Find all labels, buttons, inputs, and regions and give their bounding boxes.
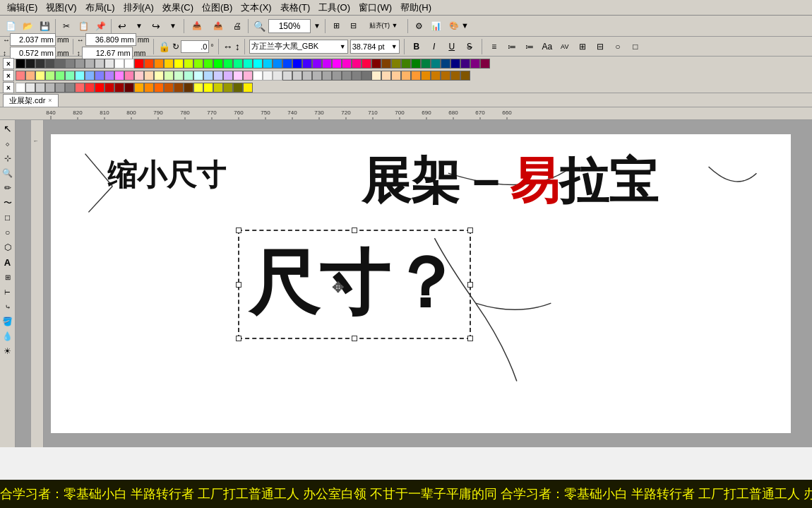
handle-ml[interactable] bbox=[236, 282, 241, 288]
canvas-area[interactable]: 缩小尺寸 展架－易拉宝 bbox=[16, 120, 812, 447]
p2-38[interactable] bbox=[381, 71, 391, 81]
angle-input[interactable] bbox=[181, 40, 209, 53]
menu-view[interactable]: 视图(V) bbox=[42, 1, 80, 14]
p2-15[interactable] bbox=[154, 71, 164, 81]
p2-10[interactable] bbox=[105, 71, 114, 81]
p2-34[interactable] bbox=[342, 71, 352, 81]
p2-12[interactable] bbox=[124, 71, 134, 81]
p3-9[interactable] bbox=[95, 83, 105, 93]
p2-23[interactable] bbox=[233, 71, 243, 81]
color-violet2[interactable] bbox=[312, 59, 322, 69]
mirror-v-icon[interactable]: ↕ bbox=[235, 41, 240, 52]
p2-31[interactable] bbox=[312, 71, 322, 81]
p2-41[interactable] bbox=[411, 71, 421, 81]
menu-arrange[interactable]: 排列(A) bbox=[119, 1, 158, 14]
rect-tool[interactable]: □ bbox=[1, 211, 15, 225]
p2-39[interactable] bbox=[391, 71, 401, 81]
p2-21[interactable] bbox=[213, 71, 223, 81]
color-amber[interactable] bbox=[164, 59, 174, 69]
menu-layout[interactable]: 布局(L) bbox=[81, 1, 119, 14]
text-table-button[interactable]: ⊟ bbox=[592, 39, 608, 54]
handle-tr[interactable] bbox=[467, 228, 473, 233]
color-cyan1[interactable] bbox=[243, 59, 253, 69]
p3-8[interactable] bbox=[85, 83, 95, 93]
p2-14[interactable] bbox=[144, 71, 154, 81]
new-button[interactable]: 📄 bbox=[3, 18, 18, 34]
menu-effects[interactable]: 效果(C) bbox=[158, 1, 198, 14]
align-left-button[interactable]: ≡ bbox=[486, 39, 502, 54]
handle-tm[interactable] bbox=[352, 228, 357, 233]
p2-33[interactable] bbox=[332, 71, 342, 81]
underline-button[interactable]: U bbox=[444, 39, 460, 54]
p2-40[interactable] bbox=[401, 71, 411, 81]
p2-11[interactable] bbox=[114, 71, 124, 81]
center-text[interactable]: 尺寸？✥ bbox=[241, 233, 467, 336]
p2-6[interactable] bbox=[65, 71, 75, 81]
handle-bl[interactable] bbox=[236, 336, 241, 341]
p3-11[interactable] bbox=[114, 83, 124, 93]
handle-bm[interactable] bbox=[352, 336, 357, 341]
p3-20[interactable] bbox=[203, 83, 213, 93]
zoom-level[interactable]: 150% bbox=[268, 19, 311, 33]
h-input[interactable] bbox=[82, 47, 133, 59]
p2-24[interactable] bbox=[243, 71, 253, 81]
y-coord-input[interactable] bbox=[10, 47, 56, 59]
color-black[interactable] bbox=[16, 59, 25, 69]
zoom-tool[interactable]: 🔍 bbox=[1, 166, 15, 180]
no-fill-button-3[interactable]: × bbox=[3, 82, 14, 93]
p2-9[interactable] bbox=[95, 71, 105, 81]
p2-5[interactable] bbox=[55, 71, 65, 81]
color-blue1[interactable] bbox=[282, 59, 292, 69]
rect-button[interactable]: □ bbox=[628, 39, 643, 54]
poly-tool[interactable]: ⬡ bbox=[1, 240, 15, 254]
color-cyan[interactable] bbox=[253, 59, 263, 69]
import-button[interactable]: 📥 bbox=[187, 18, 207, 34]
p2-35[interactable] bbox=[352, 71, 362, 81]
p3-13[interactable] bbox=[134, 83, 144, 93]
p2-4[interactable] bbox=[45, 71, 55, 81]
options1[interactable]: ⚙ bbox=[411, 18, 426, 34]
menu-text[interactable]: 文本(X) bbox=[237, 1, 275, 14]
color-green[interactable] bbox=[213, 59, 223, 69]
save-button[interactable]: 💾 bbox=[37, 18, 52, 34]
ellipse-button[interactable]: ○ bbox=[610, 39, 626, 54]
color-w2[interactable] bbox=[124, 59, 134, 69]
p3-3[interactable] bbox=[35, 83, 45, 93]
p2-29[interactable] bbox=[292, 71, 302, 81]
zoom-dropdown[interactable]: ▼ bbox=[312, 18, 322, 34]
options2[interactable]: 📊 bbox=[428, 18, 443, 34]
export-button[interactable]: 📤 bbox=[208, 18, 228, 34]
p2-22[interactable] bbox=[223, 71, 233, 81]
p3-1[interactable] bbox=[16, 83, 25, 93]
paste-special-button[interactable]: 贴齐(T) ▼ bbox=[362, 18, 405, 34]
color-magenta[interactable] bbox=[332, 59, 342, 69]
x-coord-input[interactable] bbox=[10, 33, 56, 46]
font-size-dropdown[interactable]: 38.784 pt ▼ bbox=[350, 40, 400, 54]
shape-tool[interactable]: ⬦ bbox=[1, 136, 15, 150]
p2-36[interactable] bbox=[362, 71, 371, 81]
menu-help[interactable]: 帮助(H) bbox=[396, 1, 436, 14]
dimension-tool[interactable]: ⊢ bbox=[1, 285, 15, 299]
list-button[interactable]: ≔ bbox=[522, 39, 537, 54]
p3-12[interactable] bbox=[124, 83, 134, 93]
p3-16[interactable] bbox=[164, 83, 174, 93]
snap-button[interactable]: ⊞ bbox=[328, 18, 344, 34]
bullet-button[interactable]: ≔ bbox=[504, 39, 520, 54]
no-fill-button-1[interactable]: × bbox=[3, 58, 14, 69]
undo-button[interactable]: ↩ bbox=[114, 18, 130, 34]
color-hotpink1[interactable] bbox=[342, 59, 352, 69]
color-lightgray2[interactable] bbox=[95, 59, 105, 69]
table-tool[interactable]: ⊞ bbox=[1, 270, 15, 284]
p2-16[interactable] bbox=[164, 71, 174, 81]
paste-button[interactable]: 📌 bbox=[92, 18, 108, 34]
p3-24[interactable] bbox=[243, 83, 253, 93]
p2-25[interactable] bbox=[253, 71, 263, 81]
redo-button[interactable]: ↪ bbox=[148, 18, 164, 34]
p2-32[interactable] bbox=[322, 71, 332, 81]
color-skyblue[interactable] bbox=[263, 59, 273, 69]
ellipse-tool[interactable]: ○ bbox=[1, 225, 15, 240]
color-navyblue[interactable] bbox=[441, 59, 450, 69]
color-yellow[interactable] bbox=[174, 59, 184, 69]
char-spacing-button[interactable]: AV bbox=[557, 39, 573, 54]
font-name-dropdown[interactable]: 方正兰亭大黑_GBK ▼ bbox=[249, 40, 348, 54]
